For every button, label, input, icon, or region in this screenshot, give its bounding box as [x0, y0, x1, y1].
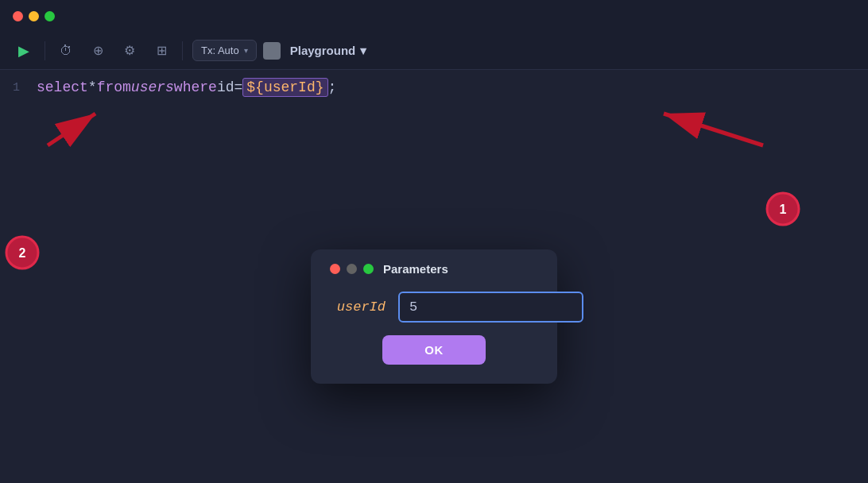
keyword-users: users [131, 79, 174, 95]
tx-chevron-icon: ▾ [244, 46, 248, 55]
dialog-title: Parameters [383, 262, 448, 276]
close-button[interactable] [13, 11, 23, 21]
toolbar: ▶ ⏱ ⊕ ⚙ ⊞ Tx: Auto ▾ Playground ▾ [0, 32, 868, 70]
dialog-param-row: userId [330, 292, 538, 323]
svg-text:2: 2 [19, 246, 26, 260]
code-content[interactable]: select * from users where id = ${userId}… [37, 78, 336, 97]
keyword-id: id [217, 79, 234, 95]
dialog-titlebar: Parameters [330, 262, 538, 276]
settings-icon: ⚙ [124, 43, 135, 58]
dialog-overlay: Parameters userId OK [0, 70, 868, 483]
parameters-dialog: Parameters userId OK [311, 249, 557, 384]
dialog-maximize-button[interactable] [363, 264, 374, 274]
svg-line-1 [664, 114, 763, 145]
title-bar [0, 0, 868, 32]
keyword-from: from [97, 79, 131, 95]
history-button[interactable]: ⏱ [52, 37, 80, 65]
keyword-where: where [174, 79, 217, 95]
bookmark-button[interactable]: ⊕ [83, 37, 112, 65]
window-controls [13, 11, 55, 21]
svg-point-6 [6, 237, 38, 269]
run-button[interactable]: ▶ [10, 37, 38, 65]
svg-text:1: 1 [780, 203, 787, 216]
keyword-star: * [88, 79, 97, 95]
bookmark-icon: ⊕ [93, 43, 103, 58]
grid-icon: ⊞ [157, 43, 167, 58]
toolbar-divider-1 [45, 41, 45, 60]
dialog-close-button[interactable] [330, 264, 340, 274]
svg-line-5 [48, 114, 95, 145]
dialog-minimize-button[interactable] [347, 264, 357, 274]
playground-chevron-icon: ▾ [360, 44, 366, 58]
keyword-eq: = [234, 79, 242, 95]
svg-point-2 [767, 193, 799, 225]
tx-dropdown[interactable]: Tx: Auto ▾ [192, 40, 257, 61]
line-number: 1 [13, 81, 37, 95]
settings-button[interactable]: ⚙ [115, 37, 144, 65]
minimize-button[interactable] [29, 11, 39, 21]
editor-area: 1 select * from users where id = ${userI… [0, 70, 868, 483]
param-placeholder[interactable]: ${userId} [242, 78, 327, 97]
code-line-1: 1 select * from users where id = ${userI… [0, 70, 868, 105]
maximize-button[interactable] [45, 11, 55, 21]
color-swatch-button[interactable] [263, 42, 281, 60]
keyword-semi: ; [328, 79, 337, 95]
param-label: userId [330, 299, 386, 315]
grid-button[interactable]: ⊞ [147, 37, 176, 65]
run-icon: ▶ [18, 42, 29, 60]
history-icon: ⏱ [60, 44, 72, 58]
toolbar-divider-2 [182, 41, 183, 60]
playground-label: Playground [290, 44, 356, 57]
ok-button[interactable]: OK [382, 335, 486, 365]
tx-label: Tx: Auto [201, 44, 239, 56]
param-input[interactable] [398, 292, 583, 323]
playground-dropdown[interactable]: Playground ▾ [284, 40, 374, 62]
keyword-select: select [37, 79, 88, 95]
